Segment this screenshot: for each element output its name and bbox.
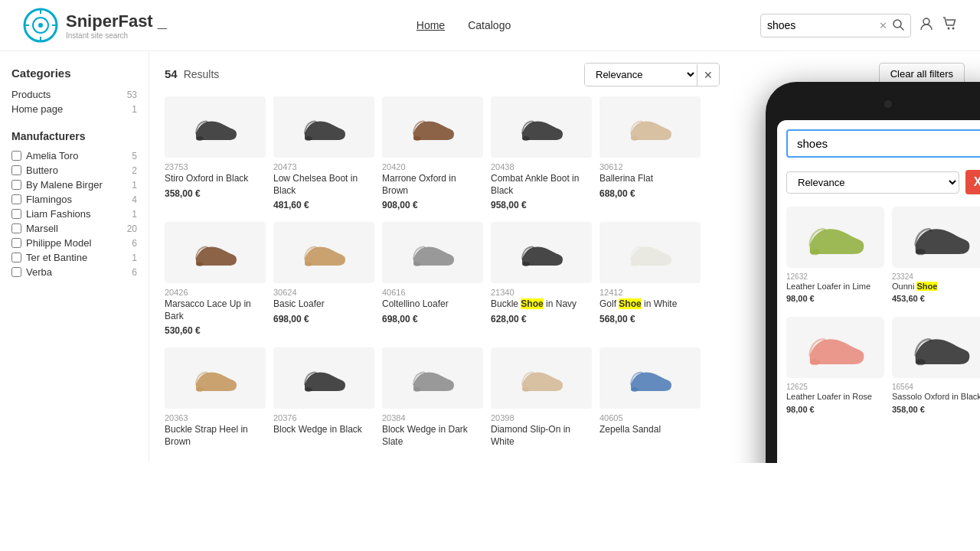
manufacturer-label: Marsell (26, 223, 58, 234)
product-card-6[interactable]: 30624 Basic Loafer 698,00 € (273, 222, 374, 336)
phone-product-card-3[interactable]: 16564 Sassolo Oxford in Black 358,00 € (889, 311, 980, 419)
svg-point-18 (305, 262, 312, 266)
product-price: 530,60 € (165, 325, 266, 336)
product-image (273, 222, 374, 283)
svg-point-20 (522, 262, 530, 266)
product-card-7[interactable]: 40616 Coltellino Loafer 698,00 € (382, 222, 483, 336)
product-id: 20438 (491, 162, 592, 171)
product-image (382, 347, 483, 409)
product-id: 20420 (382, 162, 483, 171)
content: 54 Results Clear all filters Relevance P… (149, 51, 980, 463)
product-name: Buckle Shoe in Navy (491, 298, 592, 311)
product-card-4[interactable]: 30612 Ballerina Flat 688,00 € (599, 96, 701, 210)
phone-search-input[interactable] (786, 129, 980, 158)
product-card-11[interactable]: 20376 Block Wedge in Black (273, 347, 374, 451)
user-icon (919, 16, 934, 31)
product-name: Marsacco Lace Up in Bark (165, 298, 266, 322)
phone-x-button[interactable]: X (965, 170, 980, 194)
manufacturer-checkbox-0[interactable] (11, 151, 21, 161)
logo: SniperFast _ Instant site search (23, 8, 167, 43)
manufacturer-count: 6 (132, 267, 137, 278)
phone-product-card-1[interactable]: 23324 Ounni Shoe 453,60 € (889, 201, 980, 309)
product-card-8[interactable]: 21340 Buckle Shoe in Navy 628,00 € (491, 222, 592, 336)
product-id: 20363 (165, 413, 266, 422)
manufacturer-count: 2 (132, 165, 137, 176)
product-card-2[interactable]: 20420 Marrone Oxford in Brown 908,00 € (382, 96, 483, 210)
phone-content: Relevance Price: Low to High X 12632 Lea… (777, 120, 980, 463)
product-card-0[interactable]: 23753 Stiro Oxford in Black 358,00 € (165, 96, 266, 210)
svg-point-11 (952, 27, 954, 29)
products-grid: 23753 Stiro Oxford in Black 358,00 € 204… (165, 96, 701, 452)
highlight-text: Shoe (521, 298, 543, 309)
phone-product-name: Ounni Shoe (892, 281, 980, 292)
manufacturer-label: By Malene Birger (26, 179, 103, 191)
header-search-input[interactable] (767, 19, 874, 31)
product-id: 40616 (382, 288, 483, 297)
product-image (382, 222, 483, 283)
manufacturer-item-0: Amelia Toro 5 (11, 148, 137, 163)
sort-container: Relevance Price: Low to High Price: High… (584, 63, 720, 86)
product-image (491, 222, 592, 283)
product-name: Ballerina Flat (599, 173, 701, 185)
product-image (382, 96, 483, 158)
svg-point-26 (631, 387, 639, 392)
phone-product-image (892, 207, 980, 268)
product-name: Diamond Slip-On in White (491, 424, 592, 448)
svg-point-29 (810, 360, 820, 366)
manufacturer-checkbox-1[interactable] (11, 165, 21, 175)
sort-close-button[interactable]: ✕ (697, 64, 719, 86)
product-card-3[interactable]: 20438 Combat Ankle Boot in Black 958,00 … (491, 96, 592, 210)
header-right: ✕ (760, 14, 957, 37)
svg-point-15 (522, 136, 530, 141)
manufacturer-label: Verba (26, 266, 52, 278)
product-card-10[interactable]: 20363 Buckle Strap Heel in Brown (165, 347, 266, 451)
cart-button[interactable] (942, 16, 957, 35)
manufacturer-checkbox-8[interactable] (11, 267, 21, 277)
svg-point-16 (631, 136, 639, 141)
product-price: 698,00 € (382, 314, 483, 324)
phone-product-name: Leather Loafer in Lime (786, 281, 884, 292)
product-name: Basic Loafer (273, 298, 374, 311)
product-image (165, 347, 266, 409)
nav-home[interactable]: Home (416, 19, 445, 31)
results-label: Results (184, 68, 220, 80)
product-name: Low Chelsea Boot in Black (273, 173, 374, 197)
manufacturer-item-8: Verba 6 (11, 265, 137, 279)
phone-product-price: 358,00 € (892, 405, 980, 414)
manufacturer-checkbox-6[interactable] (11, 238, 21, 248)
user-button[interactable] (919, 16, 934, 35)
logo-icon (23, 8, 58, 43)
sidebar-item-homepage[interactable]: Home page 1 (11, 102, 137, 116)
manufacturer-checkbox-7[interactable] (11, 253, 21, 262)
manufacturer-checkbox-2[interactable] (11, 180, 21, 190)
manufacturer-checkbox-5[interactable] (11, 223, 21, 233)
sort-select[interactable]: Relevance Price: Low to High Price: High… (585, 64, 697, 86)
manufacturer-checkbox-4[interactable] (11, 209, 21, 219)
phone-product-card-0[interactable]: 12632 Leather Loafer in Lime 98,00 € (783, 201, 887, 309)
product-card-13[interactable]: 20398 Diamond Slip-On in White (491, 347, 592, 451)
phone-product-card-2[interactable]: 12625 Leather Loafer in Rose 98,00 € (783, 311, 887, 419)
product-id: 30612 (599, 162, 701, 171)
product-card-5[interactable]: 20426 Marsacco Lace Up in Bark 530,60 € (165, 222, 266, 336)
svg-point-17 (196, 262, 204, 266)
phone-notch (850, 97, 926, 111)
product-id: 23753 (165, 162, 266, 171)
phone-product-price: 453,60 € (892, 294, 980, 303)
product-card-1[interactable]: 20473 Low Chelsea Boot in Black 481,60 € (273, 96, 374, 210)
manufacturer-count: 5 (132, 151, 137, 161)
phone-sort-select[interactable]: Relevance Price: Low to High (786, 171, 959, 194)
nav-catalogo[interactable]: Catalogo (468, 19, 511, 31)
svg-point-28 (916, 249, 926, 255)
header-search-clear-button[interactable]: ✕ (879, 20, 887, 31)
header-search-box: ✕ (760, 14, 911, 37)
highlight-text: Shoe (619, 298, 641, 309)
sidebar-item-products[interactable]: Products 53 (11, 87, 137, 102)
product-image (273, 347, 374, 409)
header-search-button[interactable] (892, 18, 904, 33)
manufacturer-item-5: Marsell 20 (11, 221, 137, 236)
product-card-9[interactable]: 12412 Golf Shoe in White 568,00 € (599, 222, 701, 336)
product-card-14[interactable]: 40605 Zepella Sandal (599, 347, 701, 451)
manufacturer-checkbox-3[interactable] (11, 194, 21, 204)
product-name: Stiro Oxford in Black (165, 173, 266, 185)
product-card-12[interactable]: 20384 Block Wedge in Dark Slate (382, 347, 483, 451)
